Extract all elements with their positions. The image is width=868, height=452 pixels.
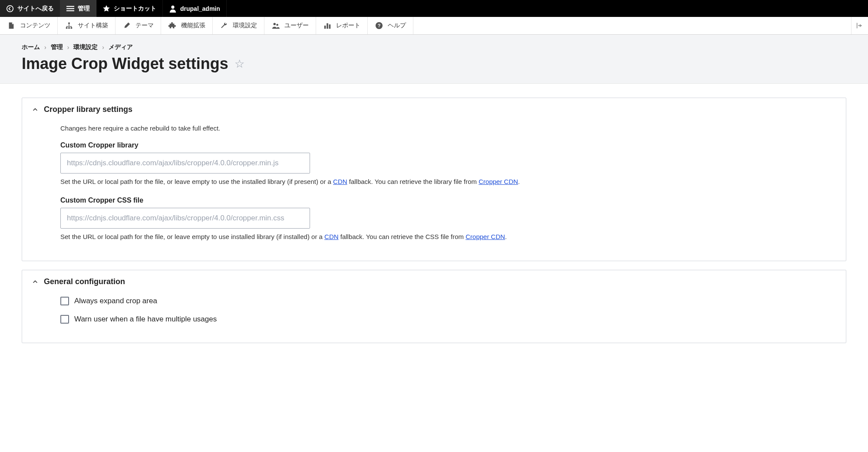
main-content: Cropper library settings Changes here re… [0, 84, 868, 366]
breadcrumb-sep: › [67, 44, 69, 51]
cache-rebuild-note: Changes here require a cache rebuild to … [60, 124, 836, 132]
menu-reports-label: レポート [336, 22, 360, 29]
svg-rect-1 [66, 6, 74, 7]
svg-rect-6 [66, 27, 68, 29]
general-configuration-body: Always expand crop area Warn user when a… [22, 293, 846, 343]
custom-cropper-library-desc: Set the URL or local path for the file, … [60, 177, 836, 187]
menu-config-label: 環境設定 [233, 22, 257, 29]
breadcrumb-sep: › [44, 44, 46, 51]
breadcrumb-home[interactable]: ホーム [22, 43, 40, 51]
help-icon: ? [375, 21, 383, 30]
spacer [413, 17, 851, 34]
custom-cropper-library-label: Custom Cropper library [60, 141, 836, 149]
menu-structure[interactable]: サイト構築 [58, 17, 116, 34]
back-to-site-label: サイトへ戻る [17, 5, 54, 13]
menu-people[interactable]: ユーザー [264, 17, 316, 34]
always-expand-crop-area-item: Always expand crop area [60, 297, 836, 305]
cdn-link[interactable]: CDN [333, 178, 347, 185]
chevron-up-icon [32, 106, 39, 113]
svg-point-4 [171, 5, 174, 8]
menu-content[interactable]: コンテンツ [0, 17, 58, 34]
toolbar-orientation-toggle[interactable] [851, 17, 868, 34]
user-menu[interactable]: drupal_admin [163, 0, 227, 17]
menu-appearance-label: テーマ [135, 22, 154, 29]
manage-label: 管理 [78, 5, 90, 13]
svg-point-9 [274, 23, 276, 25]
wrench-icon [220, 21, 228, 30]
svg-rect-7 [68, 27, 70, 29]
shortcuts-label: ショートカット [114, 5, 156, 13]
svg-rect-8 [71, 27, 73, 29]
menu-people-label: ユーザー [284, 22, 309, 29]
custom-cropper-css-label: Custom Cropper CSS file [60, 197, 836, 204]
warn-multiple-usages-checkbox[interactable] [60, 315, 69, 324]
svg-point-0 [7, 5, 13, 11]
shortcuts-link[interactable]: ショートカット [96, 0, 163, 17]
cropper-cdn-link[interactable]: Cropper CDN [479, 178, 518, 185]
people-icon [271, 21, 280, 30]
menu-help-label: ヘルプ [388, 22, 406, 29]
cropper-library-settings-title: Cropper library settings [44, 105, 132, 114]
breadcrumb-config[interactable]: 環境設定 [73, 43, 98, 51]
cdn-link[interactable]: CDN [324, 233, 339, 240]
menu-extend[interactable]: 機能拡張 [161, 17, 213, 34]
always-expand-crop-area-checkbox[interactable] [60, 297, 69, 305]
custom-cropper-css-field: Custom Cropper CSS file Set the URL or l… [60, 197, 836, 242]
general-configuration-toggle[interactable]: General configuration [22, 270, 846, 293]
svg-rect-11 [324, 26, 326, 29]
admin-menu: コンテンツ サイト構築 テーマ 機能拡張 環境設定 ユーザー レポート ? ヘル… [0, 17, 868, 35]
star-icon [102, 5, 110, 13]
cropper-library-settings-body: Changes here require a cache rebuild to … [22, 121, 846, 261]
star-outline-icon: ☆ [234, 57, 244, 70]
svg-rect-3 [66, 10, 74, 11]
cropper-library-settings-panel: Cropper library settings Changes here re… [22, 98, 846, 261]
bar-chart-icon [323, 21, 332, 30]
warn-multiple-usages-item: Warn user when a file have multiple usag… [60, 315, 836, 324]
chevron-up-icon [32, 278, 39, 285]
add-shortcut-button[interactable]: ☆ [234, 58, 244, 69]
always-expand-crop-area-label[interactable]: Always expand crop area [74, 297, 157, 305]
menu-content-label: コンテンツ [20, 22, 50, 29]
manage-toggle[interactable]: 管理 [60, 0, 96, 17]
user-label: drupal_admin [180, 5, 220, 12]
general-configuration-title: General configuration [44, 277, 125, 286]
general-configuration-panel: General configuration Always expand crop… [22, 270, 846, 343]
svg-point-10 [276, 24, 278, 26]
page-header: ホーム › 管理 › 環境設定 › メディア Image Crop Widget… [0, 35, 868, 84]
breadcrumb-sep: › [102, 44, 104, 51]
menu-extend-label: 機能拡張 [181, 22, 205, 29]
menu-help[interactable]: ? ヘルプ [368, 17, 413, 34]
custom-cropper-css-input[interactable] [60, 208, 310, 229]
puzzle-icon [168, 21, 177, 30]
breadcrumb-media[interactable]: メディア [109, 43, 133, 51]
breadcrumb-admin[interactable]: 管理 [51, 43, 63, 51]
custom-cropper-library-input[interactable] [60, 153, 310, 174]
warn-multiple-usages-label[interactable]: Warn user when a file have multiple usag… [74, 315, 217, 324]
collapse-icon [856, 22, 864, 29]
custom-cropper-library-field: Custom Cropper library Set the URL or lo… [60, 141, 836, 187]
page-title: Image Crop Widget settings [22, 55, 228, 73]
svg-rect-13 [329, 24, 331, 29]
user-icon [169, 5, 177, 13]
svg-rect-2 [66, 8, 74, 9]
menu-reports[interactable]: レポート [316, 17, 368, 34]
custom-cropper-css-desc: Set the URL or local path for the file, … [60, 232, 836, 242]
hamburger-icon [66, 5, 74, 13]
admin-toolbar: サイトへ戻る 管理 ショートカット drupal_admin [0, 0, 868, 17]
svg-rect-12 [327, 23, 328, 29]
cropper-cdn-link[interactable]: Cropper CDN [465, 233, 505, 240]
hierarchy-icon [65, 21, 73, 30]
cropper-library-settings-toggle[interactable]: Cropper library settings [22, 98, 846, 121]
back-arrow-icon [6, 5, 14, 13]
file-icon [7, 21, 16, 30]
svg-rect-16 [857, 23, 858, 29]
svg-text:?: ? [378, 23, 381, 28]
breadcrumb: ホーム › 管理 › 環境設定 › メディア [22, 43, 846, 51]
menu-config[interactable]: 環境設定 [213, 17, 264, 34]
back-to-site-link[interactable]: サイトへ戻る [0, 0, 60, 17]
paintbrush-icon [122, 21, 131, 30]
menu-structure-label: サイト構築 [78, 22, 108, 29]
svg-rect-5 [68, 23, 70, 24]
menu-appearance[interactable]: テーマ [116, 17, 161, 34]
